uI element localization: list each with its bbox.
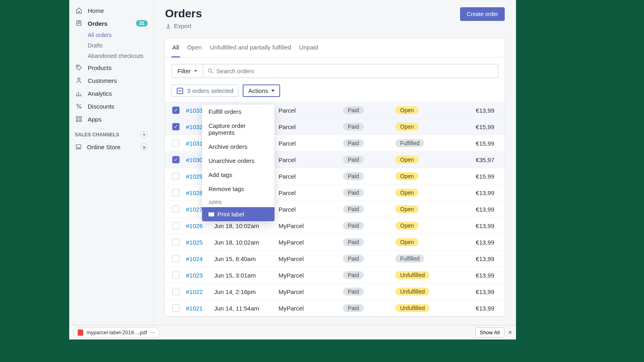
order-id-link[interactable]: #1025 xyxy=(186,239,214,246)
close-icon[interactable]: × xyxy=(508,329,512,336)
show-all-button[interactable]: Show All xyxy=(475,327,504,337)
section-label: SALES CHANNELS xyxy=(75,132,119,138)
nav-drafts[interactable]: Drafts xyxy=(69,40,153,51)
print-label-text: Print label xyxy=(217,211,244,218)
create-order-button[interactable]: Create order xyxy=(460,7,505,21)
search-input[interactable] xyxy=(214,64,494,78)
tag-icon xyxy=(75,64,83,72)
nav-label: Products xyxy=(88,64,111,71)
fulfillment-status: Open xyxy=(395,123,448,131)
row-checkbox[interactable] xyxy=(172,189,180,196)
order-customer: MyParcel xyxy=(279,288,343,295)
row-checkbox[interactable] xyxy=(172,239,180,246)
order-id-link[interactable]: #1021 xyxy=(186,305,214,312)
table-row[interactable]: #1022Jun 14, 2:16pmMyParcelPaidUnfulfill… xyxy=(165,283,505,300)
order-customer: MyParcel xyxy=(279,222,343,229)
row-checkbox[interactable] xyxy=(172,255,180,262)
table-row[interactable]: #1025Jun 18, 10:02amMyParcelPaidOpen€13,… xyxy=(165,234,505,250)
row-checkbox[interactable] xyxy=(172,304,180,312)
row-checkbox[interactable] xyxy=(172,140,180,147)
row-checkbox[interactable] xyxy=(172,156,180,163)
row-checkbox[interactable] xyxy=(172,206,180,213)
payment-status: Paid xyxy=(343,189,395,197)
action-capture[interactable]: Capture order payments xyxy=(202,119,275,140)
order-id-link[interactable]: #1023 xyxy=(186,272,214,279)
add-channel-icon[interactable]: + xyxy=(140,131,148,138)
nav-label: Apps xyxy=(88,116,101,123)
tab-all[interactable]: All xyxy=(171,38,180,58)
tab-unpaid[interactable]: Unpaid xyxy=(298,38,319,57)
order-customer: Parcel xyxy=(279,206,343,213)
chart-icon xyxy=(75,89,83,97)
action-fulfill[interactable]: Fulfill orders xyxy=(202,105,275,119)
order-id-link[interactable]: #1026 xyxy=(186,222,214,229)
actions-dropdown: Fulfill orders Capture order payments Ar… xyxy=(202,105,275,221)
order-date: Jun 14, 2:16pm xyxy=(214,288,279,295)
order-total: €13,99 xyxy=(448,206,502,213)
tab-open[interactable]: Open xyxy=(186,38,203,57)
selection-text: 3 orders selected xyxy=(187,87,233,94)
nav-discounts[interactable]: Discounts xyxy=(69,100,153,113)
order-customer: MyParcel xyxy=(279,272,343,279)
order-total: €35,97 xyxy=(448,156,502,163)
payment-status: Paid xyxy=(343,172,395,180)
nav-customers[interactable]: Customers xyxy=(69,74,153,87)
order-customer: Parcel xyxy=(279,107,343,114)
main-content: Orders Export Create order All Open Unfu… xyxy=(154,0,516,331)
order-date: Jun 15, 3:01am xyxy=(214,272,279,279)
order-total: €13,99 xyxy=(448,255,502,262)
action-remove-tags[interactable]: Remove tags xyxy=(202,182,275,196)
order-date: Jun 15, 8:40am xyxy=(214,255,279,262)
action-add-tags[interactable]: Add tags xyxy=(202,168,275,182)
svg-point-1 xyxy=(78,78,80,80)
tab-unfulfilled[interactable]: Unfulfilled and partially fulfilled xyxy=(209,38,292,57)
order-id-link[interactable]: #1024 xyxy=(186,255,214,262)
app-window: Home Orders 31 All orders Drafts Abandon… xyxy=(69,0,516,331)
nav-abandoned[interactable]: Abandoned checkouts xyxy=(69,51,153,61)
action-archive[interactable]: Archive orders xyxy=(202,140,275,154)
percent-icon xyxy=(75,102,83,110)
nav-home[interactable]: Home xyxy=(69,4,153,17)
eye-icon[interactable]: ◉ xyxy=(140,143,148,150)
nav-products[interactable]: Products xyxy=(69,61,153,74)
row-checkbox[interactable] xyxy=(172,107,180,114)
export-link[interactable]: Export xyxy=(165,23,202,29)
tabs: All Open Unfulfilled and partially fulfi… xyxy=(165,38,505,58)
row-checkbox[interactable] xyxy=(172,123,180,130)
row-checkbox[interactable] xyxy=(172,288,180,295)
download-file-chip[interactable]: myparcel-label-2018....pdf ⋯ xyxy=(73,327,160,338)
table-row[interactable]: #1023Jun 15, 3:01amMyParcelPaidUnfulfill… xyxy=(165,267,505,283)
payment-status: Paid xyxy=(343,123,395,131)
nav-analytics[interactable]: Analytics xyxy=(69,87,153,100)
order-total: €13,99 xyxy=(448,222,502,229)
nav-orders[interactable]: Orders 31 xyxy=(69,17,153,30)
actions-button[interactable]: Actions xyxy=(243,84,280,97)
row-checkbox[interactable] xyxy=(172,222,180,229)
order-total: €15,99 xyxy=(448,140,502,147)
action-print-label[interactable]: Print label xyxy=(202,207,275,221)
selection-indicator[interactable]: 3 orders selected xyxy=(171,84,239,97)
action-unarchive[interactable]: Unarchive orders xyxy=(202,154,275,168)
payment-status: Paid xyxy=(343,106,395,114)
order-customer: Parcel xyxy=(279,173,343,180)
nav-all-orders[interactable]: All orders xyxy=(69,30,153,40)
fulfillment-status: Unfulfilled xyxy=(395,304,448,312)
payment-status: Paid xyxy=(343,288,395,296)
fulfillment-status: Open xyxy=(395,172,448,180)
filter-button[interactable]: Filter xyxy=(171,64,203,78)
table-row[interactable]: #1021Jun 14, 11:54amMyParcelPaidUnfulfil… xyxy=(165,300,505,316)
download-bar: myparcel-label-2018....pdf ⋯ Show All × xyxy=(69,325,516,339)
order-customer: Parcel xyxy=(279,189,343,196)
row-checkbox[interactable] xyxy=(172,173,180,180)
nav-online-store[interactable]: Online Store ◉ xyxy=(69,141,153,153)
row-checkbox[interactable] xyxy=(172,272,180,279)
table-row[interactable]: #1024Jun 15, 8:40amMyParcelPaidFulfilled… xyxy=(165,250,505,267)
more-icon[interactable]: ⋯ xyxy=(150,329,155,335)
nav-apps[interactable]: Apps xyxy=(69,113,153,125)
grid-icon xyxy=(75,115,83,123)
order-id-link[interactable]: #1022 xyxy=(186,288,214,295)
person-icon xyxy=(75,76,83,84)
fulfillment-status: Open xyxy=(395,156,448,164)
order-date: Jun 14, 11:54am xyxy=(214,305,279,312)
download-icon xyxy=(165,23,171,29)
